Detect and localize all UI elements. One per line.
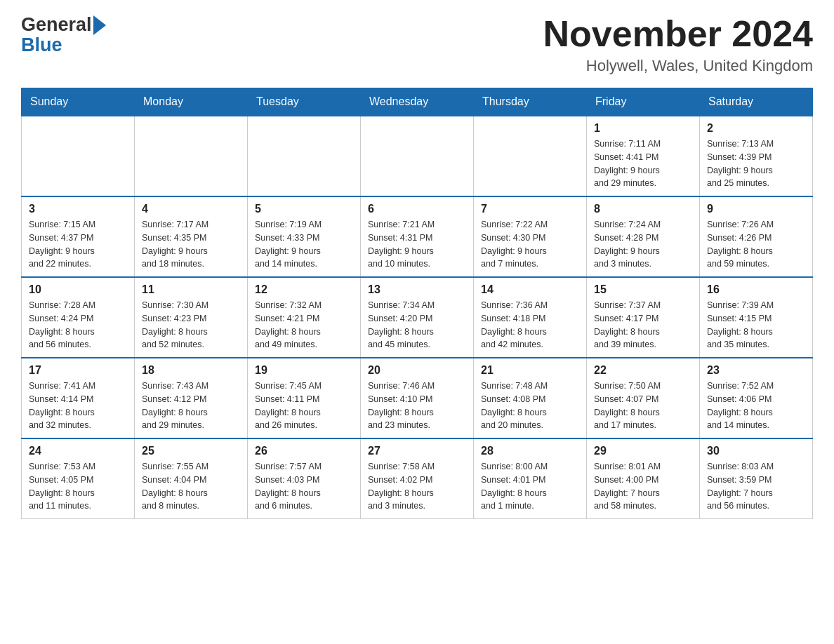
week-row-4: 17Sunrise: 7:41 AM Sunset: 4:14 PM Dayli… bbox=[22, 358, 813, 438]
day-number: 16 bbox=[707, 283, 805, 296]
weekday-header-wednesday: Wednesday bbox=[361, 88, 474, 116]
day-number: 13 bbox=[368, 283, 466, 296]
calendar-cell: 19Sunrise: 7:45 AM Sunset: 4:11 PM Dayli… bbox=[248, 358, 361, 438]
calendar-cell: 28Sunrise: 8:00 AM Sunset: 4:01 PM Dayli… bbox=[474, 438, 587, 519]
calendar-cell: 26Sunrise: 7:57 AM Sunset: 4:03 PM Dayli… bbox=[248, 438, 361, 519]
day-info: Sunrise: 7:48 AM Sunset: 4:08 PM Dayligh… bbox=[481, 380, 579, 432]
location-text: Holywell, Wales, United Kingdom bbox=[543, 57, 813, 75]
calendar-cell: 4Sunrise: 7:17 AM Sunset: 4:35 PM Daylig… bbox=[135, 196, 248, 277]
title-block: November 2024 Holywell, Wales, United Ki… bbox=[543, 14, 813, 75]
day-number: 10 bbox=[29, 283, 127, 296]
day-number: 25 bbox=[142, 445, 240, 457]
day-number: 14 bbox=[481, 283, 579, 296]
day-number: 8 bbox=[594, 203, 692, 215]
day-info: Sunrise: 7:36 AM Sunset: 4:18 PM Dayligh… bbox=[481, 299, 579, 351]
day-info: Sunrise: 7:52 AM Sunset: 4:06 PM Dayligh… bbox=[707, 380, 805, 432]
page-header: General Blue November 2024 Holywell, Wal… bbox=[21, 14, 813, 75]
calendar-table: SundayMondayTuesdayWednesdayThursdayFrid… bbox=[21, 88, 813, 519]
calendar-cell: 11Sunrise: 7:30 AM Sunset: 4:23 PM Dayli… bbox=[135, 277, 248, 358]
day-info: Sunrise: 7:55 AM Sunset: 4:04 PM Dayligh… bbox=[142, 460, 240, 513]
day-number: 18 bbox=[142, 364, 240, 377]
day-info: Sunrise: 8:01 AM Sunset: 4:00 PM Dayligh… bbox=[594, 460, 692, 513]
day-number: 28 bbox=[481, 445, 579, 457]
week-row-5: 24Sunrise: 7:53 AM Sunset: 4:05 PM Dayli… bbox=[22, 438, 813, 519]
calendar-cell bbox=[474, 116, 587, 196]
day-number: 26 bbox=[255, 445, 353, 457]
day-info: Sunrise: 7:37 AM Sunset: 4:17 PM Dayligh… bbox=[594, 299, 692, 351]
day-info: Sunrise: 8:00 AM Sunset: 4:01 PM Dayligh… bbox=[481, 460, 579, 513]
calendar-cell: 17Sunrise: 7:41 AM Sunset: 4:14 PM Dayli… bbox=[22, 358, 135, 438]
day-info: Sunrise: 7:39 AM Sunset: 4:15 PM Dayligh… bbox=[707, 299, 805, 351]
calendar-cell: 5Sunrise: 7:19 AM Sunset: 4:33 PM Daylig… bbox=[248, 196, 361, 277]
weekday-header-thursday: Thursday bbox=[474, 88, 587, 116]
calendar-cell: 13Sunrise: 7:34 AM Sunset: 4:20 PM Dayli… bbox=[361, 277, 474, 358]
day-info: Sunrise: 7:43 AM Sunset: 4:12 PM Dayligh… bbox=[142, 380, 240, 432]
day-info: Sunrise: 7:58 AM Sunset: 4:02 PM Dayligh… bbox=[368, 460, 466, 513]
day-number: 30 bbox=[707, 445, 805, 457]
calendar-cell: 2Sunrise: 7:13 AM Sunset: 4:39 PM Daylig… bbox=[700, 116, 813, 196]
day-info: Sunrise: 7:17 AM Sunset: 4:35 PM Dayligh… bbox=[142, 218, 240, 271]
day-number: 7 bbox=[481, 203, 579, 215]
logo-blue-text: Blue bbox=[21, 34, 62, 56]
calendar-cell: 21Sunrise: 7:48 AM Sunset: 4:08 PM Dayli… bbox=[474, 358, 587, 438]
day-number: 12 bbox=[255, 283, 353, 296]
day-number: 20 bbox=[368, 364, 466, 377]
calendar-cell: 30Sunrise: 8:03 AM Sunset: 3:59 PM Dayli… bbox=[700, 438, 813, 519]
calendar-cell: 15Sunrise: 7:37 AM Sunset: 4:17 PM Dayli… bbox=[587, 277, 700, 358]
calendar-cell: 12Sunrise: 7:32 AM Sunset: 4:21 PM Dayli… bbox=[248, 277, 361, 358]
day-number: 15 bbox=[594, 283, 692, 296]
calendar-cell: 27Sunrise: 7:58 AM Sunset: 4:02 PM Dayli… bbox=[361, 438, 474, 519]
calendar-cell: 3Sunrise: 7:15 AM Sunset: 4:37 PM Daylig… bbox=[22, 196, 135, 277]
calendar-cell bbox=[361, 116, 474, 196]
calendar-cell: 6Sunrise: 7:21 AM Sunset: 4:31 PM Daylig… bbox=[361, 196, 474, 277]
day-number: 5 bbox=[255, 203, 353, 215]
weekday-header-friday: Friday bbox=[587, 88, 700, 116]
weekday-header-sunday: Sunday bbox=[22, 88, 135, 116]
calendar-cell: 18Sunrise: 7:43 AM Sunset: 4:12 PM Dayli… bbox=[135, 358, 248, 438]
calendar-cell: 10Sunrise: 7:28 AM Sunset: 4:24 PM Dayli… bbox=[22, 277, 135, 358]
day-info: Sunrise: 7:26 AM Sunset: 4:26 PM Dayligh… bbox=[707, 218, 805, 271]
logo-general-text: General bbox=[21, 14, 92, 36]
calendar-cell: 9Sunrise: 7:26 AM Sunset: 4:26 PM Daylig… bbox=[700, 196, 813, 277]
day-info: Sunrise: 7:50 AM Sunset: 4:07 PM Dayligh… bbox=[594, 380, 692, 432]
week-row-1: 1Sunrise: 7:11 AM Sunset: 4:41 PM Daylig… bbox=[22, 116, 813, 196]
day-info: Sunrise: 7:24 AM Sunset: 4:28 PM Dayligh… bbox=[594, 218, 692, 271]
day-info: Sunrise: 7:21 AM Sunset: 4:31 PM Dayligh… bbox=[368, 218, 466, 271]
calendar-cell: 25Sunrise: 7:55 AM Sunset: 4:04 PM Dayli… bbox=[135, 438, 248, 519]
week-row-3: 10Sunrise: 7:28 AM Sunset: 4:24 PM Dayli… bbox=[22, 277, 813, 358]
day-number: 29 bbox=[594, 445, 692, 457]
calendar-cell: 16Sunrise: 7:39 AM Sunset: 4:15 PM Dayli… bbox=[700, 277, 813, 358]
day-number: 9 bbox=[707, 203, 805, 215]
day-number: 19 bbox=[255, 364, 353, 377]
calendar-cell: 1Sunrise: 7:11 AM Sunset: 4:41 PM Daylig… bbox=[587, 116, 700, 196]
month-title: November 2024 bbox=[543, 14, 813, 54]
day-number: 6 bbox=[368, 203, 466, 215]
day-number: 24 bbox=[29, 445, 127, 457]
calendar-cell: 7Sunrise: 7:22 AM Sunset: 4:30 PM Daylig… bbox=[474, 196, 587, 277]
day-number: 4 bbox=[142, 203, 240, 215]
calendar-header-row: SundayMondayTuesdayWednesdayThursdayFrid… bbox=[22, 88, 813, 116]
day-number: 1 bbox=[594, 122, 692, 135]
day-number: 21 bbox=[481, 364, 579, 377]
day-info: Sunrise: 7:19 AM Sunset: 4:33 PM Dayligh… bbox=[255, 218, 353, 271]
day-info: Sunrise: 7:45 AM Sunset: 4:11 PM Dayligh… bbox=[255, 380, 353, 432]
calendar-cell bbox=[248, 116, 361, 196]
day-info: Sunrise: 7:57 AM Sunset: 4:03 PM Dayligh… bbox=[255, 460, 353, 513]
day-info: Sunrise: 7:30 AM Sunset: 4:23 PM Dayligh… bbox=[142, 299, 240, 351]
weekday-header-tuesday: Tuesday bbox=[248, 88, 361, 116]
calendar-cell: 20Sunrise: 7:46 AM Sunset: 4:10 PM Dayli… bbox=[361, 358, 474, 438]
day-info: Sunrise: 7:15 AM Sunset: 4:37 PM Dayligh… bbox=[29, 218, 127, 271]
logo-arrow-icon bbox=[93, 15, 106, 35]
day-info: Sunrise: 7:32 AM Sunset: 4:21 PM Dayligh… bbox=[255, 299, 353, 351]
calendar-cell: 14Sunrise: 7:36 AM Sunset: 4:18 PM Dayli… bbox=[474, 277, 587, 358]
day-info: Sunrise: 7:11 AM Sunset: 4:41 PM Dayligh… bbox=[594, 137, 692, 190]
calendar-cell: 29Sunrise: 8:01 AM Sunset: 4:00 PM Dayli… bbox=[587, 438, 700, 519]
weekday-header-saturday: Saturday bbox=[700, 88, 813, 116]
day-number: 23 bbox=[707, 364, 805, 377]
week-row-2: 3Sunrise: 7:15 AM Sunset: 4:37 PM Daylig… bbox=[22, 196, 813, 277]
day-number: 22 bbox=[594, 364, 692, 377]
calendar-cell: 23Sunrise: 7:52 AM Sunset: 4:06 PM Dayli… bbox=[700, 358, 813, 438]
day-info: Sunrise: 8:03 AM Sunset: 3:59 PM Dayligh… bbox=[707, 460, 805, 513]
day-number: 2 bbox=[707, 122, 805, 135]
calendar-cell bbox=[135, 116, 248, 196]
